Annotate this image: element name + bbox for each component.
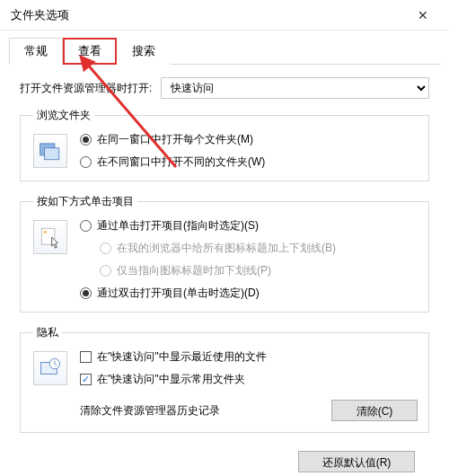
restore-defaults-button[interactable]: 还原默认值(R) (298, 451, 415, 472)
checkbox-icon: ✓ (80, 374, 92, 385)
radio-underline-point-label: 仅当指向图标标题时加下划线(P) (117, 263, 271, 278)
click-legend: 按如下方式单击项目 (33, 194, 137, 209)
click-icon (33, 220, 67, 254)
privacy-fieldset: 隐私 在"快速访问"中显示最近使用的文件 ✓ 在"快速访问"中显示常用文件夹 清… (20, 325, 429, 433)
svg-point-3 (44, 231, 47, 234)
browse-icon (33, 134, 67, 168)
radio-same-window[interactable]: 在同一窗口中打开每个文件夹(M) (80, 132, 418, 147)
open-with-select[interactable]: 快速访问 (161, 77, 429, 99)
tab-view-label: 查看 (78, 44, 101, 57)
clear-history-label: 清除文件资源管理器历史记录 (80, 403, 321, 419)
tab-general[interactable]: 常规 (9, 38, 63, 65)
checkbox-icon (80, 351, 92, 363)
check-frequent-folders-label: 在"快速访问"中显示常用文件夹 (97, 372, 245, 387)
radio-icon (80, 156, 92, 168)
footer: 还原默认值(R) (20, 445, 429, 472)
check-frequent-folders[interactable]: ✓ 在"快速访问"中显示常用文件夹 (80, 372, 418, 387)
clear-button[interactable]: 清除(C) (331, 400, 418, 421)
svg-rect-1 (45, 148, 59, 160)
tabs: 常规 查看 搜索 (0, 31, 449, 65)
radio-double-click-label: 通过双击打开项目(单击时选定)(D) (97, 286, 260, 301)
tab-search-label: 搜索 (132, 44, 155, 57)
restore-defaults-label: 还原默认值(R) (322, 456, 392, 469)
close-icon: ✕ (418, 8, 428, 22)
tab-general-label: 常规 (24, 44, 48, 57)
radio-double-click[interactable]: 通过双击打开项目(单击时选定)(D) (80, 286, 418, 301)
radio-single-click-label: 通过单击打开项目(指向时选定)(S) (97, 218, 259, 234)
radio-icon (100, 265, 111, 277)
privacy-legend: 隐私 (33, 325, 62, 340)
radio-single-click[interactable]: 通过单击打开项目(指向时选定)(S) (80, 218, 418, 234)
radio-same-window-label: 在同一窗口中打开每个文件夹(M) (97, 132, 253, 147)
titlebar: 文件夹选项 ✕ (0, 0, 449, 31)
tab-view[interactable]: 查看 (63, 38, 117, 65)
tab-search[interactable]: 搜索 (117, 38, 171, 65)
clear-button-label: 清除(C) (357, 405, 393, 418)
radio-icon (80, 287, 92, 299)
browse-fieldset: 浏览文件夹 在同一窗口中打开每个文件夹(M) 在不同窗口中打开不同的文件夹(W) (20, 108, 429, 181)
window-title: 文件夹选项 (11, 7, 404, 23)
radio-underline-all-label: 在我的浏览器中给所有图标标题加上下划线(B) (117, 241, 336, 256)
open-with-row: 打开文件资源管理器时打开: 快速访问 (20, 77, 429, 99)
radio-new-window[interactable]: 在不同窗口中打开不同的文件夹(W) (80, 154, 418, 170)
radio-new-window-label: 在不同窗口中打开不同的文件夹(W) (97, 154, 265, 170)
radio-underline-all: 在我的浏览器中给所有图标标题加上下划线(B) (80, 241, 418, 256)
privacy-icon (33, 351, 67, 385)
tab-panel-general: 打开文件资源管理器时打开: 快速访问 浏览文件夹 在同一窗口中打开每个文件夹(M… (0, 65, 449, 476)
check-recent-files[interactable]: 在"快速访问"中显示最近使用的文件 (80, 349, 418, 365)
radio-icon (100, 242, 111, 254)
click-fieldset: 按如下方式单击项目 通过单击打开项目(指向时选定)(S) 在我的浏览器中给所有图… (20, 194, 429, 313)
radio-underline-point: 仅当指向图标标题时加下划线(P) (80, 263, 418, 278)
radio-icon (80, 220, 92, 232)
check-recent-files-label: 在"快速访问"中显示最近使用的文件 (97, 349, 267, 365)
browse-legend: 浏览文件夹 (33, 108, 94, 123)
radio-icon (80, 134, 92, 145)
open-with-label: 打开文件资源管理器时打开: (20, 81, 152, 96)
close-button[interactable]: ✕ (404, 4, 442, 27)
